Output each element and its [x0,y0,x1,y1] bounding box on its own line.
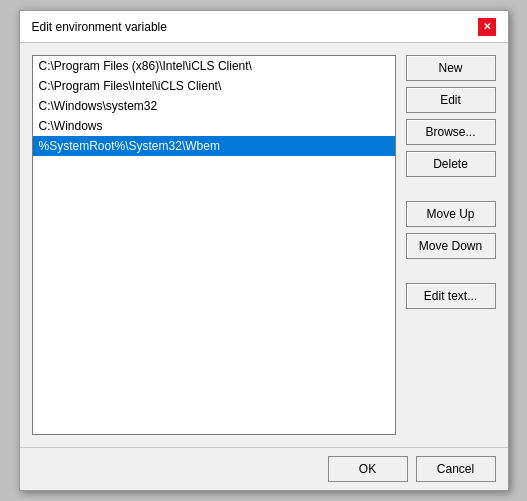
edit-env-var-dialog: Edit environment variable ✕ C:\Program F… [19,10,509,491]
spacer-2 [406,265,496,277]
edit-button[interactable]: Edit [406,87,496,113]
ok-button[interactable]: OK [328,456,408,482]
delete-button[interactable]: Delete [406,151,496,177]
spacer-1 [406,183,496,195]
close-button[interactable]: ✕ [478,18,496,36]
list-item[interactable]: C:\Windows\system32 [33,96,395,116]
action-buttons: New Edit Browse... Delete Move Up Move D… [406,55,496,435]
new-button[interactable]: New [406,55,496,81]
browse-button[interactable]: Browse... [406,119,496,145]
cancel-button[interactable]: Cancel [416,456,496,482]
list-item[interactable]: C:\Program Files (x86)\Intel\iCLS Client… [33,56,395,76]
list-item[interactable]: C:\Program Files\Intel\iCLS Client\ [33,76,395,96]
move-down-button[interactable]: Move Down [406,233,496,259]
dialog-content: C:\Program Files (x86)\Intel\iCLS Client… [20,43,508,447]
edit-text-button[interactable]: Edit text... [406,283,496,309]
env-var-list[interactable]: C:\Program Files (x86)\Intel\iCLS Client… [32,55,396,435]
dialog-footer: OK Cancel [20,447,508,490]
dialog-title: Edit environment variable [32,20,167,34]
list-item[interactable]: C:\Windows [33,116,395,136]
move-up-button[interactable]: Move Up [406,201,496,227]
title-bar: Edit environment variable ✕ [20,11,508,43]
list-item[interactable]: %SystemRoot%\System32\Wbem [33,136,395,156]
